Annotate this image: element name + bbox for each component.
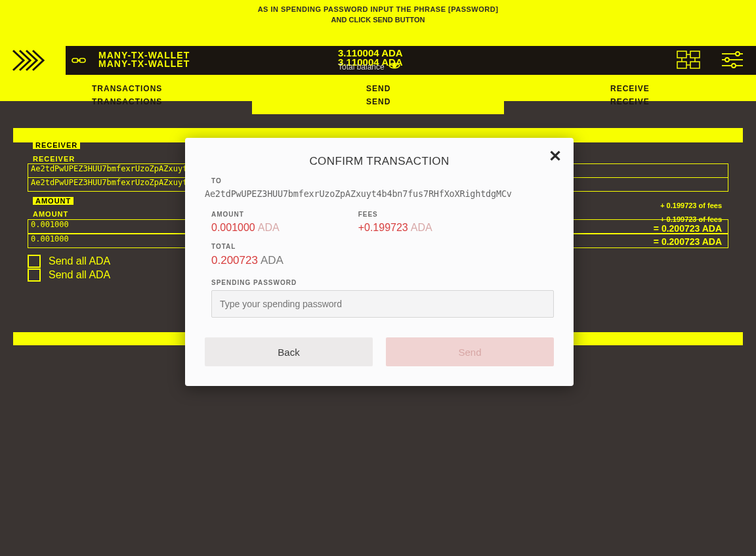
- chevrons-icon: [10, 49, 55, 72]
- close-icon[interactable]: ✕: [549, 147, 562, 165]
- to-value: Ae2tdPwUPEZ3HUU7bmfexrUzoZpAZxuyt4b4bn7f…: [205, 188, 554, 199]
- banner-line1: AS IN SPENDING PASSWORD INPUT THE PHRASE…: [0, 5, 756, 13]
- send-all-row-1[interactable]: Send all ADA: [28, 255, 110, 268]
- amount-label-2: AMOUNT: [33, 210, 68, 218]
- header-right-icons: [675, 50, 747, 70]
- total-text-1: = 0.200723 ADA: [654, 223, 722, 234]
- send-all-row-2[interactable]: Send all ADA: [28, 268, 110, 282]
- link-icon: [66, 46, 92, 75]
- svg-rect-5: [690, 51, 700, 58]
- send-all-checkbox-1[interactable]: [28, 255, 41, 268]
- send-all-label-2: Send all ADA: [49, 269, 110, 281]
- tab-receive-dup[interactable]: RECEIVE: [610, 97, 650, 106]
- modal-fees-num: +0.199723: [358, 222, 408, 233]
- back-button[interactable]: Back: [205, 337, 373, 366]
- tabs-strip: TRANSACTIONS TRANSACTIONS SEND SEND RECE…: [0, 75, 756, 114]
- wallet-header: MANY-TX-WALLET MANY-TX-WALLET 3.110004 A…: [0, 46, 756, 75]
- svg-rect-4: [677, 51, 686, 58]
- fees-text-2: + 0.199723 of fees: [660, 215, 722, 223]
- spending-password-input[interactable]: [211, 290, 554, 318]
- modal-fees-unit: ADA: [411, 222, 432, 233]
- confirm-transaction-modal: ✕ CONFIRM TRANSACTION TO Ae2tdPwUPEZ3HUU…: [185, 138, 574, 386]
- modal-total-num: 0.200723: [211, 254, 258, 267]
- modal-amount-unit: ADA: [258, 222, 280, 233]
- tab-transactions[interactable]: TRANSACTIONS: [92, 84, 162, 93]
- banner-line2: AND CLICK SEND BUTTON: [0, 16, 756, 24]
- modal-fees-value: +0.199723ADA: [358, 222, 432, 234]
- send-button[interactable]: Send: [386, 337, 554, 366]
- modal-fees-label: FEES: [358, 211, 432, 218]
- to-label: TO: [211, 177, 554, 184]
- tab-transactions-dup[interactable]: TRANSACTIONS: [92, 97, 162, 106]
- top-banner: AS IN SPENDING PASSWORD INPUT THE PHRASE…: [0, 0, 756, 46]
- svg-point-3: [392, 64, 396, 68]
- modal-amount-value: 0.001000ADA: [211, 222, 280, 234]
- wallet-name[interactable]: MANY-TX-WALLET MANY-TX-WALLET: [98, 50, 190, 71]
- total-balance-label: Total balance: [338, 62, 385, 72]
- svg-point-13: [736, 52, 740, 56]
- eye-icon[interactable]: [388, 62, 400, 72]
- total-balance-row: Total balance: [338, 62, 400, 72]
- wallet-logo[interactable]: [0, 46, 66, 75]
- tab-send[interactable]: SEND: [366, 84, 390, 93]
- modal-total-value: 0.200723ADA: [211, 254, 554, 267]
- send-all-checkbox-2[interactable]: [28, 268, 41, 282]
- wallet-name-row2: MANY-TX-WALLET: [98, 58, 190, 69]
- receiver-label-1: RECEIVER: [33, 141, 80, 149]
- modal-title: CONFIRM TRANSACTION: [205, 155, 554, 168]
- settings-sliders-icon[interactable]: [718, 50, 747, 70]
- svg-rect-7: [690, 62, 700, 68]
- tab-receive[interactable]: RECEIVE: [610, 84, 650, 93]
- modal-total-unit: ADA: [261, 254, 284, 267]
- wallets-grid-icon[interactable]: [675, 50, 704, 70]
- spending-password-label: SPENDING PASSWORD: [211, 279, 554, 286]
- amount-label-1: AMOUNT: [33, 197, 74, 205]
- svg-rect-6: [677, 62, 686, 68]
- modal-total-label: TOTAL: [211, 243, 554, 250]
- svg-point-15: [725, 58, 729, 62]
- send-all-label-1: Send all ADA: [49, 255, 110, 267]
- tab-send-dup[interactable]: SEND: [366, 97, 390, 106]
- modal-amount-num: 0.001000: [211, 222, 255, 233]
- modal-amount-label: AMOUNT: [211, 211, 280, 218]
- receiver-label-2: RECEIVER: [33, 155, 75, 163]
- fees-text-1: + 0.199723 of fees: [660, 202, 722, 209]
- svg-point-17: [732, 64, 736, 68]
- total-text-2: = 0.200723 ADA: [654, 236, 722, 247]
